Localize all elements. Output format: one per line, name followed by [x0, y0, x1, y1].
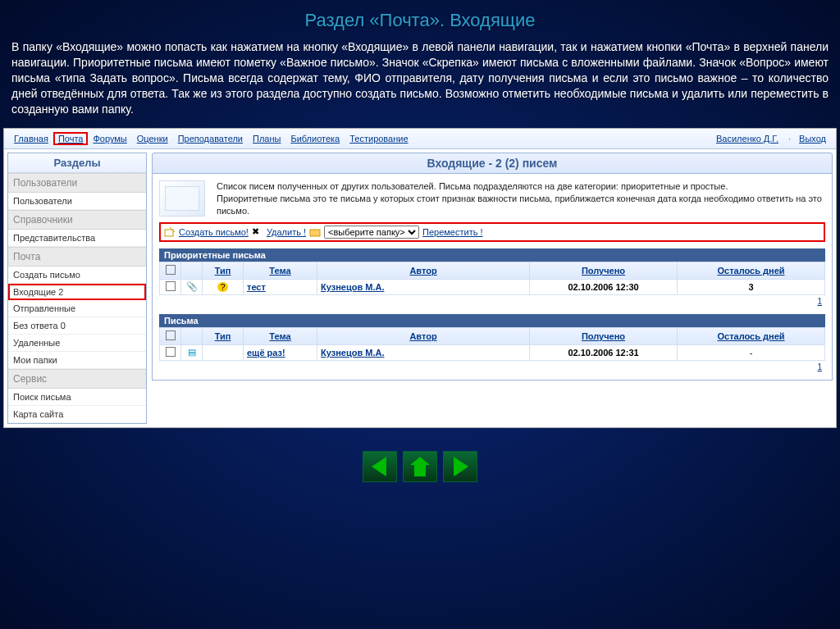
col-days[interactable]: Осталось дней	[678, 262, 825, 279]
main-panel: Входящие - 2 (2) писем Список писем полу…	[152, 153, 833, 381]
prev-slide-button[interactable]	[363, 451, 397, 482]
sidebar-item-noanswer[interactable]: Без ответа 0	[8, 317, 146, 335]
sidebar-item-reps[interactable]: Представительства	[8, 230, 146, 247]
move-link[interactable]: Переместить !	[422, 227, 483, 237]
sidebar-section-refs: Справочники	[8, 210, 146, 230]
col-subject[interactable]: Тема	[244, 327, 317, 344]
mail-received: 02.10.2006 12:31	[568, 348, 638, 358]
attachment-icon: 📎	[186, 281, 198, 291]
table-row: 📎 ? тест Кузнецов М.А. 02.10.2006 12:30 …	[160, 279, 825, 294]
sidebar-item-deleted[interactable]: Удаленные	[8, 335, 146, 352]
sidebar-section-mail: Почта	[8, 247, 146, 267]
mail-days: -	[678, 344, 825, 360]
mail-toolbar: Создать письмо! ✖ Удалить ! <выберите па…	[159, 222, 825, 242]
nav-grades[interactable]: Оценки	[132, 132, 173, 145]
nav-testing[interactable]: Тестирование	[345, 132, 413, 145]
sidebar-item-inbox[interactable]: Входящие 2	[8, 284, 146, 300]
mail-author[interactable]: Кузнецов М.А.	[321, 348, 384, 358]
logout-link[interactable]: Выход	[794, 132, 831, 145]
sidebar-item-users[interactable]: Пользователи	[8, 193, 146, 210]
col-type[interactable]: Тип	[203, 327, 244, 344]
folder-select[interactable]: <выберите папку>	[324, 226, 419, 239]
compose-link[interactable]: Создать письмо!	[179, 227, 249, 237]
sidebar-section-service: Сервис	[8, 369, 146, 389]
nav-library[interactable]: Библиотека	[285, 132, 345, 145]
regular-table: Тип Тема Автор Получено Осталось дней ▤ …	[159, 327, 825, 361]
priority-page[interactable]: 1	[159, 295, 825, 308]
row-checkbox[interactable]	[166, 281, 176, 291]
sidebar-title: Разделы	[8, 153, 146, 173]
col-days[interactable]: Осталось дней	[678, 327, 825, 344]
slide-nav	[0, 428, 840, 484]
slide-title: Раздел «Почта». Входящие	[0, 0, 840, 36]
top-nav: Главная Почта Форумы Оценки Преподавател…	[4, 129, 836, 149]
svg-rect-0	[165, 230, 173, 236]
sidebar-section-users: Пользователи	[8, 173, 146, 193]
delete-link[interactable]: Удалить !	[267, 227, 306, 237]
sidebar-item-myfolders[interactable]: Мои папки	[8, 352, 146, 369]
mail-author[interactable]: Кузнецов М.А.	[321, 282, 384, 292]
priority-table: Тип Тема Автор Получено Осталось дней 📎 …	[159, 262, 825, 295]
col-received[interactable]: Получено	[530, 262, 678, 279]
priority-header: Приоритетные письма	[159, 248, 825, 262]
next-slide-button[interactable]	[443, 451, 477, 482]
panel-title: Входящие - 2 (2) писем	[152, 153, 833, 174]
checkbox-all-priority[interactable]	[166, 265, 176, 275]
sidebar: Разделы Пользователи Пользователи Справо…	[7, 153, 147, 424]
nav-teachers[interactable]: Преподаватели	[173, 132, 248, 145]
checkbox-all-regular[interactable]	[166, 330, 176, 340]
sidebar-item-compose[interactable]: Создать письмо	[8, 267, 146, 284]
col-received[interactable]: Получено	[530, 327, 678, 344]
mail-subject[interactable]: ещё раз!	[247, 348, 285, 358]
nav-main[interactable]: Главная	[9, 132, 53, 145]
row-checkbox[interactable]	[166, 347, 176, 357]
mail-subject[interactable]: тест	[247, 282, 266, 292]
table-row: ▤ ещё раз! Кузнецов М.А. 02.10.2006 12:3…	[160, 344, 825, 360]
user-link[interactable]: Василенко Д.Г.	[711, 132, 785, 145]
document-icon: ▤	[188, 347, 196, 357]
nav-forums[interactable]: Форумы	[88, 132, 131, 145]
compose-icon	[164, 226, 176, 238]
question-icon: ?	[217, 282, 227, 292]
panel-description: Список писем полученных от других пользо…	[217, 180, 825, 217]
col-subject[interactable]: Тема	[244, 262, 317, 279]
sidebar-item-sitemap[interactable]: Карта сайта	[8, 406, 146, 423]
col-type[interactable]: Тип	[203, 262, 244, 279]
nav-mail[interactable]: Почта	[53, 132, 89, 145]
mail-received: 02.10.2006 12:30	[568, 282, 638, 292]
app-window: Главная Почта Форумы Оценки Преподавател…	[3, 128, 837, 428]
mail-days: 3	[748, 282, 753, 292]
col-author[interactable]: Автор	[317, 327, 530, 344]
sidebar-item-search[interactable]: Поиск письма	[8, 389, 146, 406]
home-slide-button[interactable]	[403, 451, 437, 482]
nav-plans[interactable]: Планы	[248, 132, 285, 145]
delete-icon: ✖	[252, 226, 263, 238]
sidebar-item-sent[interactable]: Отправленные	[8, 300, 146, 317]
col-author[interactable]: Автор	[317, 262, 530, 279]
slide-description: В папку «Входящие» можно попасть как наж…	[0, 36, 840, 128]
regular-header: Письма	[159, 314, 825, 327]
regular-page[interactable]: 1	[159, 361, 825, 373]
svg-rect-1	[310, 230, 320, 236]
letter-icon	[159, 180, 205, 217]
folder-icon	[309, 226, 321, 238]
